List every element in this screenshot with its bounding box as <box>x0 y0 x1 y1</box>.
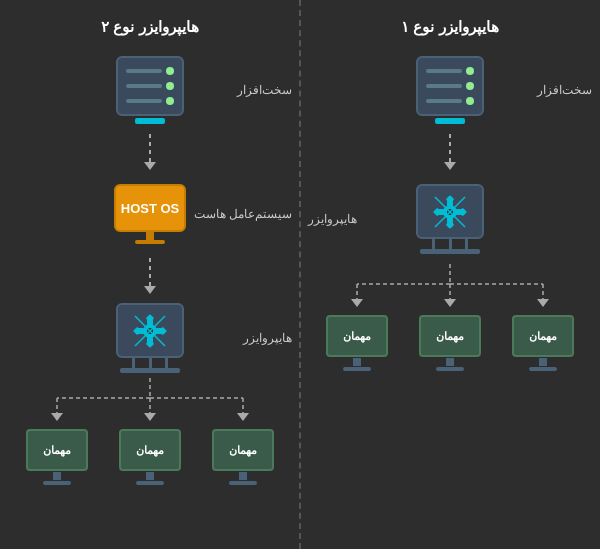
svg-marker-17 <box>351 299 363 307</box>
svg-marker-42 <box>144 413 156 421</box>
right-fanout-arrows <box>0 378 300 423</box>
gear-icon-right <box>130 311 170 351</box>
right-hostos-row: HOST OS سیستم‌عامل هاست <box>0 174 300 254</box>
left-guest-label-1: مهمان <box>529 330 557 343</box>
host-os-icon: HOST OS <box>114 184 186 244</box>
left-guest-3: مهمان <box>326 315 388 371</box>
svg-marker-40 <box>51 413 63 421</box>
right-panel: هایپروایزر نوع ۲ سخت‌افزار <box>0 0 300 549</box>
gear-icon <box>430 192 470 232</box>
monitor-stand-r2 <box>146 472 154 480</box>
svg-marker-19 <box>444 299 456 307</box>
server-base-right <box>135 118 165 124</box>
right-guest-2: مهمان <box>119 429 181 485</box>
right-monitor-screen-2: مهمان <box>119 429 181 471</box>
hyp-legs-right <box>125 358 175 368</box>
server-box <box>416 56 484 116</box>
host-os-box: HOST OS <box>114 184 186 232</box>
monitor-base-r2 <box>136 481 164 485</box>
hyp-foot-right <box>120 368 180 373</box>
host-os-stand <box>146 232 154 240</box>
right-monitor-screen-1: مهمان <box>212 429 274 471</box>
monitor-stand-r1 <box>239 472 247 480</box>
right-guests-row: مهمان مهمان مهمان <box>0 429 300 485</box>
left-panel: هایپروایزر نوع ۱ سخت‌افزار <box>300 0 600 549</box>
monitor-stand <box>446 358 454 366</box>
left-hypervisor-label: هایپروایزر <box>308 211 357 228</box>
right-monitor-screen-3: مهمان <box>26 429 88 471</box>
host-os-base <box>135 240 165 244</box>
hyp-box <box>416 184 484 239</box>
right-hypervisor-label: هایپروایزر <box>243 330 292 347</box>
right-server-icon <box>116 56 184 124</box>
left-hypervisor-icon <box>416 184 484 254</box>
monitor-base <box>529 367 557 371</box>
left-monitor-screen-2: مهمان <box>419 315 481 357</box>
svg-marker-22 <box>537 299 549 307</box>
hyp-foot <box>420 249 480 254</box>
svg-marker-45 <box>237 413 249 421</box>
monitor-stand <box>353 358 361 366</box>
right-hypervisor-icon <box>116 303 184 373</box>
left-monitor-screen-1: مهمان <box>512 315 574 357</box>
right-hypervisor-row: هایپروایزر <box>0 298 300 378</box>
right-guest-3: مهمان <box>26 429 88 485</box>
server-base <box>435 118 465 124</box>
left-arrow-1 <box>444 134 456 170</box>
left-guests-row: مهمان مهمان مهمان <box>300 315 600 371</box>
monitor-stand <box>539 358 547 366</box>
right-guest-1: مهمان <box>212 429 274 485</box>
right-guest-label-2: مهمان <box>136 444 164 457</box>
left-guest-1: مهمان <box>512 315 574 371</box>
left-panel-title: هایپروایزر نوع ۱ <box>401 18 498 36</box>
hyp-box-right <box>116 303 184 358</box>
left-guest-2: مهمان <box>419 315 481 371</box>
right-arrow-1 <box>144 134 156 170</box>
right-arrow-2 <box>144 258 156 294</box>
main-container: هایپروایزر نوع ۱ سخت‌افزار <box>0 0 600 549</box>
right-guest-label-3: مهمان <box>43 444 71 457</box>
left-guest-label-2: مهمان <box>436 330 464 343</box>
right-guest-label-1: مهمان <box>229 444 257 457</box>
monitor-base-r1 <box>229 481 257 485</box>
left-server-icon <box>416 56 484 124</box>
monitor-stand-r3 <box>53 472 61 480</box>
left-hardware-label: سخت‌افزار <box>537 82 592 99</box>
monitor-base <box>343 367 371 371</box>
right-host-system-label: سیستم‌عامل هاست <box>194 205 292 223</box>
left-guest-label-3: مهمان <box>343 330 371 343</box>
host-os-text: HOST OS <box>121 201 180 216</box>
right-hardware-row: سخت‌افزار <box>0 50 300 130</box>
left-monitor-screen-3: مهمان <box>326 315 388 357</box>
right-panel-title: هایپروایزر نوع ۲ <box>101 18 198 36</box>
hyp-legs <box>425 239 475 249</box>
left-fanout-arrows <box>300 264 600 309</box>
right-hardware-label: سخت‌افزار <box>237 82 292 99</box>
monitor-base-r3 <box>43 481 71 485</box>
left-hardware-row: سخت‌افزار <box>300 50 600 130</box>
server-box-right <box>116 56 184 116</box>
left-hypervisor-row: هایپروایزر <box>300 174 600 264</box>
monitor-base <box>436 367 464 371</box>
